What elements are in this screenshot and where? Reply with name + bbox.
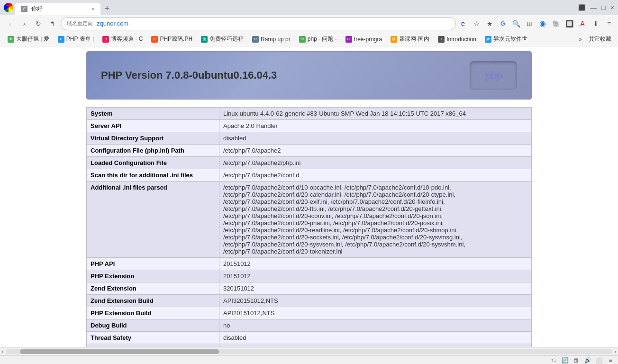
table-cell-value: /etc/php/7.0/apache2/conf.d [219, 169, 532, 182]
bookmark-favicon-2: B [102, 36, 109, 43]
bookmark-label-8: 暴课网-国内 [399, 35, 429, 43]
table-cell-value: /etc/php/7.0/apache2 [219, 145, 532, 157]
refresh-button[interactable]: ↻ [32, 18, 45, 30]
bookmark-item-10[interactable]: 异 异次元软件世 [481, 34, 531, 44]
table-cell-value: Linux ubuntu 4.4.0-62-generic #83-Ubuntu… [219, 108, 532, 120]
forward-button[interactable]: › [18, 18, 30, 30]
tab-favicon: 好 [21, 6, 27, 12]
bookmark-favicon-3: P [151, 36, 158, 43]
bookmark-item-5[interactable]: R Ramp up pr [248, 35, 294, 44]
bookmark-item-8[interactable]: 暴 暴课网-国内 [387, 34, 433, 44]
php-logo: php [470, 61, 517, 90]
table-cell-label: Zend Extension Build [87, 295, 219, 307]
table-row: PHP API20151012 [87, 258, 532, 270]
bookmark-star-filled-icon[interactable]: ★ [484, 18, 495, 29]
table-cell-label: Zend Extension [87, 282, 219, 295]
horizontal-scrollbar-thumb[interactable] [20, 349, 219, 354]
main-content: PHP Version 7.0.8-0ubuntu0.16.04.3 php S… [0, 46, 618, 347]
navbar: ‹ › ↻ ↰ 域名重定向 zqunor.com e ☆ ★ G 🔍 ⊞ ◉ 🐘… [0, 15, 618, 32]
tab-title: 你好 [31, 5, 43, 13]
bookmark-item-6[interactable]: sf php - 问题 - [295, 34, 341, 44]
ext-icon2[interactable]: A [577, 18, 588, 29]
address-bar[interactable]: 域名重定向 zqunor.com [61, 17, 456, 30]
bookmark-star-icon[interactable]: ☆ [471, 18, 482, 29]
minimize-button[interactable]: — [590, 4, 597, 11]
table-cell-label: Thread Safety [87, 332, 219, 344]
table-cell-label: Configuration File (php.ini) Path [87, 145, 219, 157]
bookmark-favicon-6: sf [299, 36, 306, 43]
bing-icon[interactable]: e [458, 18, 468, 29]
bookmark-label-10: 异次元软件世 [493, 35, 527, 43]
back-button[interactable]: ‹ [4, 18, 16, 30]
bookmark-label-3: PHP源码.PH [160, 35, 192, 43]
table-cell-value: no [219, 319, 532, 332]
horizontal-scrollbar-track[interactable] [6, 349, 612, 354]
bookmark-item-4[interactable]: 免 免费轻巧远程 [197, 34, 247, 44]
statusbar-icon-4[interactable]: ⬜ [595, 356, 603, 364]
table-row: Thread Safetydisabled [87, 332, 532, 344]
info-table: SystemLinux ubuntu 4.4.0-62-generic #83-… [86, 107, 532, 347]
google-icon[interactable]: G [498, 18, 508, 29]
bookmark-label-1: PHP 表单 | [66, 35, 94, 43]
table-cell-value: API20151012,NTS [219, 307, 532, 319]
bookmark-favicon-7: G [345, 36, 352, 43]
table-cell-label: Server API [87, 120, 219, 132]
bookmark-label-0: 大眼仔旭 | 爱 [16, 35, 49, 43]
table-cell-label: PHP Extension [87, 270, 219, 282]
scroll-left-button[interactable]: ‹ [2, 348, 4, 355]
bookmark-favicon-1: P [58, 36, 64, 43]
table-row: Additional .ini files parsed/etc/php/7.0… [87, 182, 532, 258]
new-tab-button[interactable]: + [100, 3, 114, 15]
table-cell-value: 320151012 [219, 282, 532, 295]
chromium-icon[interactable]: ◉ [537, 18, 548, 29]
table-row: Debug Buildno [87, 319, 532, 332]
bookmark-favicon-5: R [252, 36, 259, 43]
bookmark-item-1[interactable]: P PHP 表单 | [54, 34, 98, 44]
download-icon[interactable]: ⬇ [591, 18, 601, 29]
bookmark-item-7[interactable]: G free-progra [342, 35, 386, 44]
statusbar-icon-1[interactable]: 🔃 [561, 356, 569, 364]
statusbar-menu-icon[interactable]: ≡ [607, 356, 614, 364]
table-cell-label: System [87, 108, 219, 120]
bookmarks-bar: 👁 大眼仔旭 | 爱 P PHP 表单 | B 博客频道 - C P PHP源码… [0, 32, 618, 46]
active-tab[interactable]: 好 你好 × [15, 3, 100, 15]
table-cell-value: 20151012 [219, 270, 532, 282]
bookmarks-other-label[interactable]: 其它收藏 [586, 34, 614, 44]
table-cell-value: disabled [219, 332, 532, 344]
statusbar: ↑↓ 🔃 🗑 🔊 ⬜ ≡ [0, 355, 618, 364]
table-cell-label: Loaded Configuration File [87, 157, 219, 169]
ext-icon1[interactable]: 🔲 [564, 18, 574, 29]
statusbar-icon-2[interactable]: 🗑 [573, 356, 580, 364]
bookmark-item-3[interactable]: P PHP源码.PH [147, 34, 196, 44]
phpinfo-wrapper: PHP Version 7.0.8-0ubuntu0.16.04.3 php S… [82, 51, 536, 347]
evernote-icon[interactable]: 🐘 [551, 18, 561, 29]
table-row: Loaded Configuration File/etc/php/7.0/ap… [87, 157, 532, 169]
menu-icon[interactable]: ≡ [604, 18, 614, 29]
home-button[interactable]: ↰ [46, 18, 59, 30]
table-cell-label: Additional .ini files parsed [87, 182, 219, 258]
apps-icon[interactable]: ⊞ [524, 18, 535, 29]
bookmark-label-2: 博客频道 - C [111, 35, 143, 43]
table-row: SystemLinux ubuntu 4.4.0-62-generic #83-… [87, 108, 532, 120]
statusbar-icon-3[interactable]: 🔊 [584, 356, 591, 364]
bookmarks-more-button[interactable]: » [576, 35, 585, 44]
titlebar: 好 你好 × + ⬛ — □ × [0, 0, 618, 15]
bookmark-item-2[interactable]: B 博客频道 - C [99, 34, 146, 44]
bookmark-favicon-9: I [438, 36, 445, 43]
table-cell-value: /etc/php/7.0/apache2/conf.d/10-opcache.i… [219, 182, 532, 258]
table-cell-value: /etc/php/7.0/apache2/php.ini [219, 157, 532, 169]
table-row: PHP Extension BuildAPI20151012,NTS [87, 307, 532, 319]
maximize-button[interactable]: □ [601, 4, 605, 11]
bookmark-label-9: Introduction [446, 36, 476, 43]
redirect-label: 域名重定向 [67, 20, 93, 27]
bookmark-favicon-10: 异 [485, 36, 491, 43]
statusbar-icon-0[interactable]: ↑↓ [550, 356, 557, 364]
search-icon[interactable]: 🔍 [511, 18, 521, 29]
bookmark-item-0[interactable]: 👁 大眼仔旭 | 爱 [4, 34, 53, 44]
bookmark-item-9[interactable]: I Introduction [434, 35, 480, 44]
scroll-right-button[interactable]: › [614, 348, 616, 355]
bookmark-label-7: free-progra [354, 36, 382, 43]
close-window-button[interactable]: × [610, 4, 614, 11]
tab-close-button[interactable]: × [92, 6, 95, 12]
scrollbar-area: ‹ › [0, 347, 618, 355]
